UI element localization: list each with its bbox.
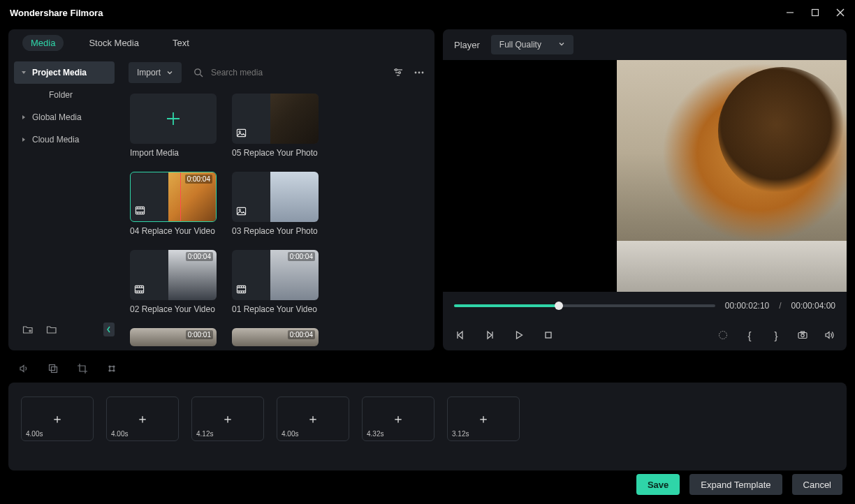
media-thumbnail[interactable]: 0:00:04 [130, 172, 217, 222]
svg-rect-1 [812, 10, 819, 16]
media-sidebar: Project Media Folder Global Media Cloud … [8, 56, 120, 350]
mark-out-icon[interactable]: } [770, 329, 782, 341]
prev-frame-button[interactable] [454, 329, 467, 341]
more-icon[interactable] [412, 66, 426, 80]
image-type-icon [236, 128, 247, 140]
timeline-slot[interactable]: ＋4.00s [277, 396, 349, 441]
sidebar-item-label: Project Media [32, 68, 87, 77]
play-button[interactable] [513, 329, 525, 341]
folder-icon[interactable] [45, 323, 59, 336]
sidebar-item-folder[interactable]: Folder [14, 84, 115, 106]
preview-image [617, 60, 847, 292]
media-thumbnail[interactable]: 0:00:01 [130, 328, 217, 346]
chevron-down-icon [558, 40, 565, 50]
timeline-slot[interactable]: ＋3.12s [447, 396, 520, 441]
svg-point-6 [195, 69, 200, 75]
tabs-row: Media Stock Media Text [8, 29, 434, 56]
filter-icon[interactable] [391, 66, 405, 80]
volume-icon[interactable] [823, 329, 835, 341]
slot-duration: 3.12s [452, 430, 469, 438]
snapshot-icon[interactable] [796, 329, 809, 341]
seek-handle[interactable] [555, 302, 563, 310]
timeline-slot[interactable]: ＋4.32s [362, 396, 434, 441]
plus-icon: ＋ [51, 410, 64, 427]
media-thumbnail[interactable]: 0:00:04 [130, 250, 217, 300]
svg-point-19 [239, 131, 240, 133]
next-frame-button[interactable] [483, 329, 496, 341]
video-type-icon [236, 284, 247, 297]
media-thumbnail[interactable] [232, 172, 319, 222]
window-maximize-button[interactable] [810, 8, 820, 17]
duration-badge: 0:00:04 [288, 330, 315, 339]
window-minimize-button[interactable] [785, 8, 795, 17]
tab-text[interactable]: Text [164, 35, 198, 51]
sidebar-item-project-media[interactable]: Project Media [14, 61, 115, 84]
cancel-button[interactable]: Cancel [792, 474, 842, 495]
media-card: 0:00:0402 Replace Your Video [130, 250, 217, 314]
svg-rect-51 [546, 332, 551, 338]
media-thumbnail[interactable] [232, 94, 319, 144]
tab-media[interactable]: Media [22, 35, 64, 51]
media-label: 01 Replace Your Video [232, 304, 319, 314]
sidebar-item-label: Folder [49, 90, 73, 100]
svg-point-14 [418, 72, 421, 74]
preview-area [443, 60, 847, 292]
media-toolbar: Import [120, 56, 434, 89]
stop-button[interactable] [542, 329, 555, 341]
timeline-slot[interactable]: ＋4.12s [191, 396, 264, 441]
timeline-slot[interactable]: ＋4.00s [21, 396, 94, 441]
svg-rect-29 [237, 207, 245, 214]
duration-badge: 0:00:04 [288, 252, 315, 261]
sidebar-item-cloud-media[interactable]: Cloud Media [14, 128, 115, 151]
expand-template-button[interactable]: Expand Template [689, 474, 782, 495]
duration-badge: 0:00:04 [185, 175, 212, 184]
titlebar: Wondershare Filmora [0, 0, 855, 25]
svg-point-11 [395, 69, 397, 71]
timeline-tools [8, 355, 847, 383]
slot-duration: 4.00s [111, 430, 128, 438]
new-folder-icon[interactable] [21, 323, 35, 336]
caret-right-icon [21, 114, 27, 120]
window-close-button[interactable] [835, 8, 845, 17]
plus-icon: ＋ [477, 410, 490, 427]
crop-tool-icon[interactable] [75, 362, 89, 376]
svg-point-13 [415, 72, 417, 74]
video-type-icon [134, 284, 145, 297]
seek-bar[interactable] [454, 304, 715, 307]
sidebar-collapse-button[interactable] [103, 323, 115, 336]
player-label: Player [454, 40, 480, 50]
image-type-icon [236, 206, 247, 218]
duration-badge: 0:00:04 [186, 252, 213, 261]
media-label: 03 Replace Your Photo [232, 226, 319, 236]
mark-in-icon[interactable]: { [743, 329, 756, 341]
save-button[interactable]: Save [636, 474, 680, 495]
svg-rect-57 [52, 367, 57, 373]
quality-dropdown[interactable]: Full Quality [491, 35, 573, 54]
video-type-icon [135, 205, 145, 218]
media-card: 0:00:01 [130, 328, 217, 346]
svg-point-15 [422, 72, 424, 74]
media-card: 0:00:04 [232, 328, 319, 346]
sidebar-item-global-media[interactable]: Global Media [14, 106, 115, 128]
transform-tool-icon[interactable] [105, 362, 119, 376]
audio-tool-icon[interactable] [17, 362, 31, 376]
svg-line-7 [200, 75, 203, 77]
media-thumbnail[interactable]: 0:00:04 [232, 250, 319, 300]
slot-duration: 4.12s [196, 430, 213, 438]
import-media-tile[interactable] [130, 94, 217, 144]
tab-stock-media[interactable]: Stock Media [80, 35, 147, 51]
media-label: 04 Replace Your Video [130, 226, 217, 236]
time-separator: / [779, 301, 781, 311]
slot-duration: 4.00s [26, 430, 43, 438]
media-card: 03 Replace Your Photo [232, 172, 319, 236]
svg-point-52 [719, 332, 727, 339]
media-thumbnail[interactable]: 0:00:04 [232, 328, 319, 346]
timeline-slot[interactable]: ＋4.00s [106, 396, 179, 441]
current-time: 00:00:02:10 [725, 301, 769, 311]
color-wheel-icon[interactable] [717, 329, 729, 341]
import-button[interactable]: Import [129, 62, 182, 83]
caret-down-icon [21, 70, 27, 75]
media-label: 02 Replace Your Video [130, 304, 217, 314]
search-input[interactable] [211, 68, 351, 77]
mask-tool-icon[interactable] [46, 362, 60, 376]
